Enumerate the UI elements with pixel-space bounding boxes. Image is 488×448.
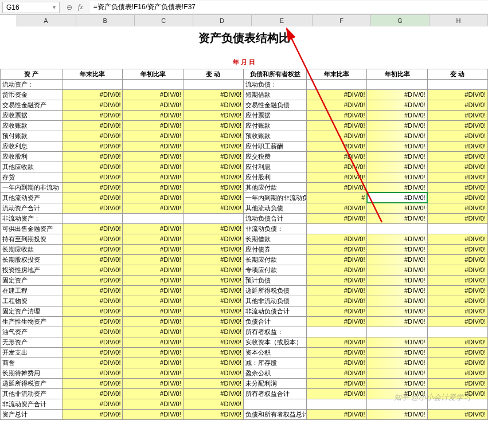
cell-r21-c3[interactable]: #DIV/0!	[183, 296, 243, 306]
cell-r31-c7[interactable]	[427, 399, 487, 409]
cell-r29-c5[interactable]: #DIV/0!	[307, 378, 367, 388]
cell-r32-c2[interactable]: #DIV/0!	[123, 409, 183, 419]
cell-r21-c7[interactable]: #DIV/0!	[427, 296, 487, 306]
cell-r27-c7[interactable]: #DIV/0!	[427, 357, 487, 368]
cell-r8-c5[interactable]: #DIV/0!	[307, 162, 367, 172]
cell-r5-c1[interactable]: #DIV/0!	[63, 131, 123, 141]
cell-r5-c7[interactable]: #DIV/0!	[427, 131, 487, 141]
cell-r13-c1[interactable]	[63, 213, 123, 223]
cell-r13-c6[interactable]: #DIV/0!	[367, 213, 427, 223]
cell-r20-c5[interactable]: #DIV/0!	[307, 285, 367, 296]
cell-r11-c1[interactable]: #DIV/0!	[63, 192, 123, 203]
cell-r17-c3[interactable]: #DIV/0!	[183, 254, 243, 265]
cell-r24-c0[interactable]: 油气资产	[1, 327, 63, 337]
cell-r10-c5[interactable]: #DIV/0!	[307, 182, 367, 192]
cell-r31-c2[interactable]: #DIV/0!	[123, 399, 183, 409]
cell-r19-c5[interactable]: #DIV/0!	[307, 275, 367, 285]
cell-r2-c2[interactable]: #DIV/0!	[123, 100, 183, 110]
cell-r11-c2[interactable]: #DIV/0!	[123, 192, 183, 203]
column-header-G[interactable]: G	[371, 15, 430, 26]
cell-r18-c5[interactable]: #DIV/0!	[307, 265, 367, 275]
cell-r27-c6[interactable]: #DIV/0!	[367, 357, 427, 368]
cell-r3-c4[interactable]: 应付票据	[243, 110, 306, 120]
cell-r25-c5[interactable]: #DIV/0!	[307, 337, 367, 347]
cell-r4-c2[interactable]: #DIV/0!	[123, 120, 183, 131]
cell-r9-c7[interactable]: #DIV/0!	[427, 172, 487, 182]
cell-r23-c6[interactable]: #DIV/0!	[367, 316, 427, 327]
cell-r4-c0[interactable]: 应收账款	[1, 120, 63, 131]
cell-r7-c5[interactable]: #DIV/0!	[307, 151, 367, 162]
cell-r2-c1[interactable]: #DIV/0!	[63, 100, 123, 110]
cell-r10-c3[interactable]: #DIV/0!	[183, 182, 243, 192]
sheet-title[interactable]: 资产负债表结构比	[1, 26, 488, 46]
cell-r20-c0[interactable]: 在建工程	[1, 285, 63, 296]
cell-r1-c6[interactable]: #DIV/0!	[367, 89, 427, 100]
cell-r25-c0[interactable]: 无形资产	[1, 337, 63, 347]
cell-r21-c2[interactable]: #DIV/0!	[123, 296, 183, 306]
cell-r15-c3[interactable]: #DIV/0!	[183, 234, 243, 244]
fx-icon[interactable]: fx	[78, 3, 83, 11]
cell-r28-c6[interactable]: #DIV/0!	[367, 368, 427, 378]
cell-r27-c4[interactable]: 减：库存股	[243, 357, 306, 368]
cell-r5-c5[interactable]: #DIV/0!	[307, 131, 367, 141]
cell-r32-c5[interactable]: #DIV/0!	[307, 409, 367, 419]
cell-r16-c7[interactable]: #DIV/0!	[427, 244, 487, 254]
cell-r7-c7[interactable]: #DIV/0!	[427, 151, 487, 162]
cell-r15-c4[interactable]: 长期借款	[243, 234, 306, 244]
cell-r1-c1[interactable]: #DIV/0!	[63, 89, 123, 100]
cell-r20-c7[interactable]: #DIV/0!	[427, 285, 487, 296]
cell-r4-c7[interactable]: #DIV/0!	[427, 120, 487, 131]
cell-r21-c0[interactable]: 工程物资	[1, 296, 63, 306]
cell-r1-c4[interactable]: 短期借款	[243, 89, 306, 100]
cell-r3-c7[interactable]: #DIV/0!	[427, 110, 487, 120]
cell-r30-c4[interactable]: 所有者权益合计	[243, 388, 306, 399]
header-col-6[interactable]: 年初比率	[367, 69, 427, 79]
cell-r31-c0[interactable]: 非流动资产合计	[1, 399, 63, 409]
cell-r29-c3[interactable]: #DIV/0!	[183, 378, 243, 388]
cell-r7-c1[interactable]: #DIV/0!	[63, 151, 123, 162]
header-col-3[interactable]: 变 动	[183, 69, 243, 79]
cell-r23-c4[interactable]: 负债合计	[243, 316, 306, 327]
cell-r8-c6[interactable]: #DIV/0!	[367, 162, 427, 172]
cell-r14-c4[interactable]: 非流动负债：	[243, 223, 306, 234]
cancel-icon[interactable]: ⊖	[67, 3, 72, 11]
cell-r17-c5[interactable]: #DIV/0!	[307, 254, 367, 265]
cell-r26-c3[interactable]: #DIV/0!	[183, 347, 243, 357]
cell-r17-c6[interactable]: #DIV/0!	[367, 254, 427, 265]
cell-r10-c7[interactable]: #DIV/0!	[427, 182, 487, 192]
cell-r7-c3[interactable]: #DIV/0!	[183, 151, 243, 162]
cell-r24-c2[interactable]: #DIV/0!	[123, 327, 183, 337]
cell-r9-c1[interactable]: #DIV/0!	[63, 172, 123, 182]
cell-r27-c5[interactable]: #DIV/0!	[307, 357, 367, 368]
cell-r25-c4[interactable]: 实收资本（或股本）	[243, 337, 306, 347]
cell-r9-c6[interactable]: #DIV/0!	[367, 172, 427, 182]
header-col-4[interactable]: 负债和所有者权益	[243, 69, 306, 79]
cell-r11-c6[interactable]: #DIV/0!	[367, 192, 427, 203]
cell-r4-c6[interactable]: #DIV/0!	[367, 120, 427, 131]
cell-r17-c1[interactable]: #DIV/0!	[63, 254, 123, 265]
cell-r6-c7[interactable]: #DIV/0!	[427, 141, 487, 151]
cell-r30-c7[interactable]: #DIV/0!	[427, 388, 487, 399]
cell-r22-c2[interactable]: #DIV/0!	[123, 306, 183, 316]
cell-r7-c2[interactable]: #DIV/0!	[123, 151, 183, 162]
cell-r25-c1[interactable]: #DIV/0!	[63, 337, 123, 347]
cell-r21-c1[interactable]: #DIV/0!	[63, 296, 123, 306]
cell-r27-c0[interactable]: 商誉	[1, 357, 63, 368]
cell-r6-c1[interactable]: #DIV/0!	[63, 141, 123, 151]
cell-r7-c4[interactable]: 应交税费	[243, 151, 306, 162]
cell-r14-c2[interactable]: #DIV/0!	[123, 223, 183, 234]
cell-r6-c5[interactable]: #DIV/0!	[307, 141, 367, 151]
cell-r25-c2[interactable]: #DIV/0!	[123, 337, 183, 347]
cell-r10-c6[interactable]: #DIV/0!	[367, 182, 427, 192]
cell-r8-c2[interactable]: #DIV/0!	[123, 162, 183, 172]
cell-r16-c0[interactable]: 长期应收款	[1, 244, 63, 254]
cell-r18-c3[interactable]: #DIV/0!	[183, 265, 243, 275]
cell-r3-c3[interactable]: #DIV/0!	[183, 110, 243, 120]
cell-r12-c2[interactable]: #DIV/0!	[123, 203, 183, 213]
cell-r21-c6[interactable]: #DIV/0!	[367, 296, 427, 306]
cell-r9-c4[interactable]: 应付股利	[243, 172, 306, 182]
cell-r17-c0[interactable]: 长期股权投资	[1, 254, 63, 265]
cell-r15-c5[interactable]: #DIV/0!	[307, 234, 367, 244]
cell-r28-c4[interactable]: 盈余公积	[243, 368, 306, 378]
header-col-7[interactable]: 变 动	[427, 69, 487, 79]
